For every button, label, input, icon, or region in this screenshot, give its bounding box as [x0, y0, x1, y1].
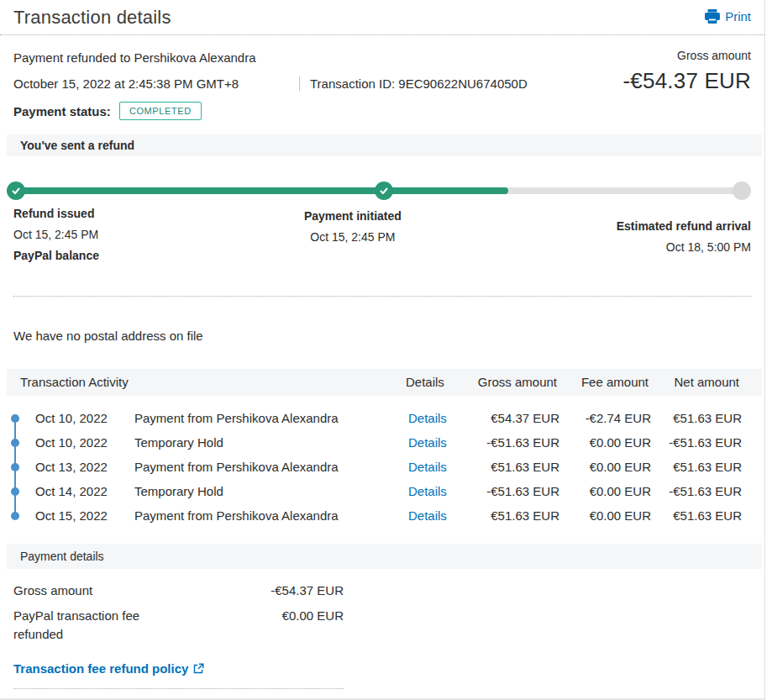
step3-title: Estimated refund arrival [617, 219, 751, 233]
pd-gross-label: Gross amount [13, 583, 156, 597]
status-badge: COMPLETED [119, 102, 202, 120]
step1-subtitle: PayPal balance [13, 249, 99, 262]
row-gross: €51.63 EUR [462, 460, 559, 474]
row-gross: -€51.63 EUR [462, 435, 559, 450]
details-link[interactable]: Details [408, 411, 462, 425]
vertical-separator [299, 76, 300, 91]
table-row: Oct 15, 2022 Payment from Pershikova Ale… [0, 503, 764, 528]
details-link[interactable]: Details [408, 460, 462, 474]
tracker-steps: Refund issued Oct 15, 2:45 PM PayPal bal… [13, 207, 751, 262]
table-row: Oct 10, 2022 Payment from Pershikova Ale… [0, 406, 764, 430]
row-description: Payment from Pershikova Alexandra [134, 411, 408, 425]
table-row: Oct 14, 2022 Temporary Hold Details -€51… [0, 479, 764, 503]
row-gross: €54.37 EUR [462, 411, 559, 425]
fee-refund-policy-link[interactable]: Transaction fee refund policy [13, 661, 204, 676]
net-amount-row: Net amount -€54.37 EUR [0, 697, 764, 700]
printer-icon [705, 9, 720, 24]
refund-progress-bar [7, 182, 751, 200]
row-description: Temporary Hold [134, 484, 408, 498]
policy-link-label: Transaction fee refund policy [13, 661, 188, 676]
row-gross: -€51.63 EUR [462, 484, 559, 498]
row-description: Temporary Hold [134, 435, 408, 450]
print-label: Print [725, 9, 751, 24]
activity-table-body: Oct 10, 2022 Payment from Pershikova Ale… [0, 406, 764, 528]
net-amount-value: -€54.37 EUR [156, 697, 344, 700]
row-net: -€51.63 EUR [651, 484, 742, 498]
pd-fee-value: €0.00 EUR [156, 607, 344, 644]
refund-tracker-header: You've sent a refund [7, 134, 762, 156]
print-button[interactable]: Print [705, 9, 751, 24]
step3-pending-icon [733, 182, 751, 200]
payment-details-title: Payment details [20, 550, 104, 563]
step1-time: Oct 15, 2:45 PM [13, 228, 99, 241]
step-payment-initiated: Payment initiated Oct 15, 2:45 PM [304, 209, 402, 244]
transaction-id: Transaction ID: 9EC90622NU674050D [310, 76, 528, 91]
transaction-date: October 15, 2022 at 2:45:38 PM GMT+8 [13, 76, 299, 91]
row-description: Payment from Pershikova Alexandra [134, 508, 408, 523]
col-header-net: Net amount [649, 371, 739, 393]
payment-detail-row: Gross amount -€54.37 EUR [0, 583, 764, 597]
row-net: €51.63 EUR [651, 508, 742, 523]
row-description: Payment from Pershikova Alexandra [134, 460, 408, 474]
row-fee: €0.00 EUR [559, 435, 651, 450]
step1-title: Refund issued [13, 207, 99, 220]
activity-title: Transaction Activity [17, 371, 406, 393]
payment-details-header: Payment details [7, 544, 762, 569]
row-fee: -€2.74 EUR [559, 411, 651, 425]
progress-fill [13, 187, 508, 194]
row-fee: €0.00 EUR [559, 484, 651, 498]
step2-check-icon [375, 182, 393, 200]
payment-status-label: Payment status: [13, 104, 111, 118]
table-row: Oct 10, 2022 Temporary Hold Details -€51… [0, 430, 764, 455]
row-net: -€51.63 EUR [651, 435, 742, 450]
pd-fee-label: PayPal transaction fee refunded [13, 607, 156, 644]
step1-check-icon [7, 182, 25, 200]
row-date: Oct 14, 2022 [35, 484, 134, 498]
pd-gross-value: -€54.37 EUR [156, 583, 344, 597]
timeline-connector [14, 418, 16, 515]
row-net: €51.63 EUR [651, 411, 742, 425]
step3-time: Oct 18, 5:00 PM [617, 240, 751, 254]
details-link[interactable]: Details [408, 435, 462, 450]
summary-section: Payment refunded to Pershikova Alexandra… [0, 35, 764, 126]
row-gross: €51.63 EUR [462, 508, 559, 523]
top-bar: Transaction details Print [0, 0, 764, 35]
row-date: Oct 13, 2022 [35, 460, 134, 474]
step2-time: Oct 15, 2:45 PM [304, 230, 402, 244]
policy-row: Transaction fee refund policy [13, 661, 751, 676]
gross-amount-label: Gross amount [623, 49, 752, 62]
transaction-details-card: Transaction details Print Payment refund… [0, 0, 765, 700]
table-row: Oct 13, 2022 Payment from Pershikova Ale… [0, 455, 764, 479]
external-link-icon [193, 663, 204, 674]
payment-detail-row: PayPal transaction fee refunded €0.00 EU… [0, 607, 764, 644]
row-fee: €0.00 EUR [559, 508, 651, 523]
gross-amount-value: -€54.37 EUR [623, 68, 752, 94]
refund-recipient: Payment refunded to Pershikova Alexandra [13, 50, 528, 65]
row-fee: €0.00 EUR [559, 460, 651, 474]
activity-table-header: Transaction Activity Details Gross amoun… [7, 369, 762, 396]
section-divider [13, 296, 751, 297]
summary-left: Payment refunded to Pershikova Alexandra… [13, 47, 528, 126]
page-title: Transaction details [13, 7, 171, 29]
refund-tracker-title: You've sent a refund [20, 139, 134, 152]
step2-title: Payment initiated [304, 209, 402, 223]
gross-amount-box: Gross amount -€54.37 EUR [623, 47, 752, 126]
col-header-gross: Gross amount [460, 371, 557, 393]
row-date: Oct 10, 2022 [35, 411, 134, 425]
col-header-fee: Fee amount [557, 371, 649, 393]
details-link[interactable]: Details [408, 484, 462, 498]
details-link[interactable]: Details [408, 508, 462, 523]
col-header-details: Details [406, 371, 460, 393]
net-amount-label: Net amount [13, 697, 156, 700]
step-refund-issued: Refund issued Oct 15, 2:45 PM PayPal bal… [13, 207, 99, 262]
net-amount-divider [13, 688, 344, 689]
date-and-id-row: October 15, 2022 at 2:45:38 PM GMT+8 Tra… [13, 76, 528, 91]
postal-address-note: We have no postal address on file [13, 329, 751, 343]
step-estimated-arrival: Estimated refund arrival Oct 18, 5:00 PM [617, 219, 751, 254]
row-date: Oct 10, 2022 [35, 435, 134, 450]
row-net: €51.63 EUR [651, 460, 742, 474]
status-row: Payment status: COMPLETED [13, 102, 528, 120]
row-date: Oct 15, 2022 [35, 508, 134, 523]
